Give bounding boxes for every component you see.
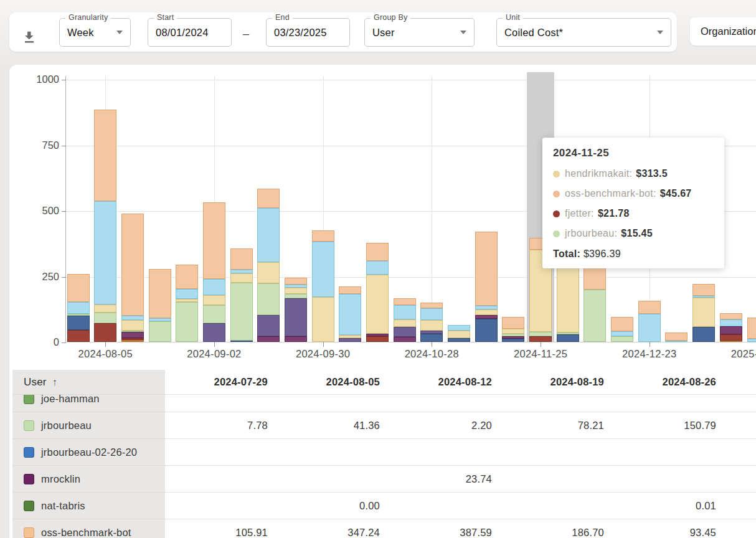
bar-2024-09-30[interactable]	[312, 230, 334, 342]
end-date-label: End	[272, 13, 293, 22]
download-icon	[22, 30, 36, 44]
bar-2024-08-19[interactable]	[149, 269, 171, 342]
bar-segment-oss-benchmark-bot	[638, 301, 661, 314]
bar-segment-hendrikmakait	[692, 298, 715, 327]
bar-2024-12-30[interactable]	[665, 333, 687, 342]
y-gridline	[66, 80, 756, 80]
value-cell	[613, 439, 725, 466]
end-date-value: 03/23/2025	[274, 27, 327, 39]
start-date-value: 08/01/2024	[156, 27, 209, 39]
bar-2024-07-29[interactable]	[67, 274, 90, 342]
bar-segment-user-lightblue	[203, 279, 225, 295]
bar-2024-10-21[interactable]	[394, 298, 416, 342]
bar-segment-user-orange	[720, 341, 742, 342]
value-cell: 347.24	[277, 519, 389, 538]
x-axis-tick	[541, 342, 541, 347]
bar-segment-fjetter	[720, 334, 742, 341]
bar-2024-09-02[interactable]	[203, 202, 225, 342]
table-header-user[interactable]: User↑	[12, 370, 165, 395]
user-header-label: User	[24, 376, 47, 389]
bar-2024-11-18[interactable]	[502, 317, 524, 342]
user-color-swatch	[24, 395, 34, 404]
bar-segment-user-slate-purple	[339, 338, 361, 342]
bar-2024-11-11[interactable]	[475, 232, 498, 342]
x-axis-tick	[650, 342, 650, 347]
tooltip-series-name: hendrikmakait:	[565, 168, 632, 179]
bar-segment-jrbourbeau	[230, 283, 253, 341]
bar-segment-fjetter	[366, 336, 389, 342]
bar-2024-12-09[interactable]	[584, 268, 606, 342]
table-row: joe-hamman	[12, 395, 756, 412]
value-cell: 0.01	[613, 493, 725, 519]
bar-2025-01-13[interactable]	[720, 313, 742, 342]
bar-2024-08-05[interactable]	[94, 110, 116, 342]
bar-segment-jrbourbeau-02-26-20	[67, 316, 90, 330]
value-cell: 387.59	[389, 519, 501, 538]
bar-segment-oss-benchmark-bot	[230, 248, 253, 270]
bar-segment-oss-benchmark-bot	[339, 286, 361, 294]
bar-2024-08-26[interactable]	[176, 265, 198, 342]
table-header-filler	[725, 370, 756, 395]
end-date-input[interactable]: End 03/23/2025	[266, 18, 350, 47]
value-cell	[389, 493, 501, 519]
bar-segment-user-lightblue	[67, 302, 90, 314]
table-header-date: 2024-08-12	[389, 370, 501, 395]
start-date-label: Start	[154, 13, 177, 22]
organization-select[interactable]: Organization	[690, 17, 756, 45]
granularity-value: Week	[67, 27, 94, 39]
bar-segment-user-lightblue	[339, 294, 361, 335]
bar-segment-user-slate-purple	[203, 323, 225, 342]
bar-2024-10-28[interactable]	[420, 303, 443, 342]
bar-2024-09-09[interactable]	[230, 248, 253, 342]
x-axis-tick-label: 2024-10-28	[385, 348, 478, 360]
value-cell	[277, 395, 389, 412]
bar-2025-01-06[interactable]	[692, 284, 715, 342]
user-cell: nat-tabris	[12, 493, 165, 519]
table-header-row: User↑2024-07-292024-08-052024-08-122024-…	[12, 370, 756, 395]
bar-2024-12-02[interactable]	[557, 258, 579, 342]
y-axis-tick-label: 250	[25, 271, 59, 283]
bar-2024-10-14[interactable]	[366, 243, 389, 342]
x-axis-tick	[323, 342, 324, 347]
group-by-label: Group By	[371, 13, 410, 22]
granularity-select[interactable]: Granularity Week	[59, 18, 131, 47]
bar-segment-mrocklin	[285, 336, 307, 342]
tooltip-total: Total: $396.39	[553, 248, 714, 260]
table-header-date: 2024-08-19	[501, 370, 613, 395]
bar-segment-hendrikmakait	[257, 262, 280, 284]
bar-2024-12-16[interactable]	[611, 317, 633, 342]
value-cell: 7.78	[165, 412, 277, 439]
bar-segment-oss-benchmark-bot	[67, 274, 90, 302]
bar-2024-12-23[interactable]	[638, 301, 661, 342]
bar-2024-10-07[interactable]	[339, 286, 361, 342]
user-cell: mrocklin	[12, 466, 165, 493]
bar-segment-hendrikmakait	[285, 288, 307, 295]
unit-select[interactable]: Unit Coiled Cost*	[496, 18, 671, 47]
bar-2024-09-16[interactable]	[257, 189, 280, 342]
bar-2024-11-04[interactable]	[448, 325, 470, 342]
start-date-input[interactable]: Start 08/01/2024	[148, 18, 232, 47]
value-cell: 105.91	[165, 519, 277, 538]
bar-segment-user-slate-purple	[394, 327, 416, 337]
series-dot-icon	[553, 210, 560, 217]
value-cell	[277, 466, 389, 493]
bar-segment-user-lightblue	[121, 316, 144, 321]
bar-segment-hendrikmakait	[121, 320, 144, 331]
tooltip-rows: hendrikmakait:$313.5oss-benchmark-bot:$4…	[553, 168, 714, 239]
bar-segment-hendrikmakait	[312, 297, 334, 342]
bar-2025-01-20[interactable]	[747, 318, 756, 342]
table-row: nat-tabris0.000.01	[12, 493, 756, 519]
bar-segment-user-lightblue	[312, 242, 334, 297]
download-button[interactable]	[18, 26, 40, 48]
value-cell: 93.45	[613, 519, 725, 538]
bar-2024-08-12[interactable]	[121, 214, 144, 342]
tooltip-series-value: $15.45	[621, 228, 653, 239]
value-cell	[613, 466, 725, 493]
user-name: nat-tabris	[41, 500, 85, 512]
filler-cell	[725, 493, 756, 519]
bar-2024-09-23[interactable]	[285, 278, 307, 342]
group-by-select[interactable]: Group By User	[364, 18, 475, 47]
value-cell	[501, 395, 613, 412]
user-cell: jrbourbeau	[12, 412, 165, 439]
bar-segment-mrocklin	[121, 332, 144, 338]
